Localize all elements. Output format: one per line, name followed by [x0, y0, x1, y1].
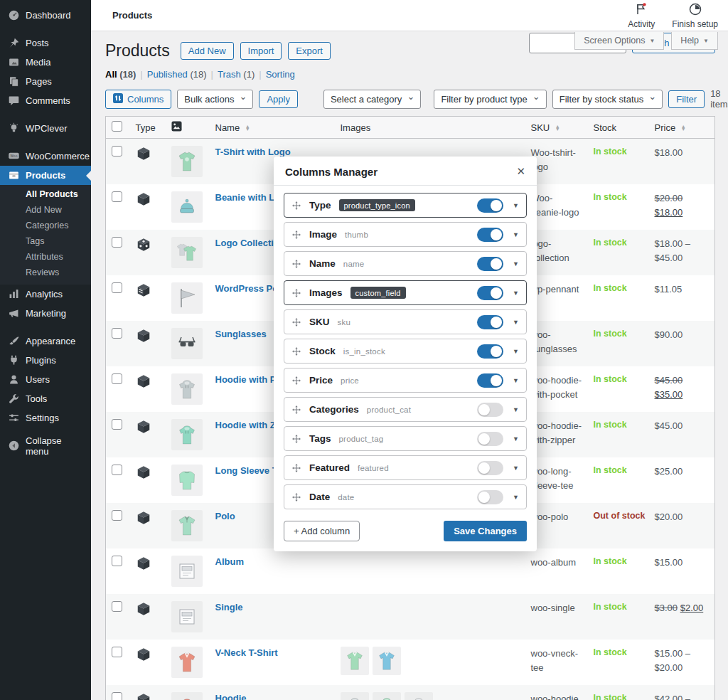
product-name-link[interactable]: T-Shirt with Logo	[215, 147, 291, 157]
product-thumb-album-icon[interactable]	[171, 556, 203, 587]
column-toggle[interactable]	[477, 490, 503, 504]
product-thumb-pennant-icon[interactable]	[171, 282, 203, 314]
sku-column-header[interactable]: SKU ▲▼	[525, 117, 588, 139]
product-thumb-hoodie-icon[interactable]	[171, 692, 203, 700]
columns-button[interactable]: Columns	[105, 90, 171, 109]
drag-handle-icon[interactable]	[291, 201, 301, 211]
column-toggle[interactable]	[477, 432, 503, 446]
chevron-down-icon[interactable]: ▼	[513, 231, 519, 238]
close-icon[interactable]: ✕	[516, 165, 525, 178]
name-column-header[interactable]: Name ▲▼	[210, 117, 335, 139]
drag-handle-icon[interactable]	[291, 376, 301, 386]
stock-status-filter-select[interactable]: Filter by stock status	[552, 90, 663, 109]
sidebar-subitem-add-new[interactable]: Add New	[0, 202, 91, 218]
column-toggle[interactable]	[477, 315, 503, 329]
chevron-down-icon[interactable]: ▼	[513, 465, 519, 472]
apply-button[interactable]: Apply	[259, 90, 298, 108]
sidebar-item-dashboard[interactable]: Dashboard	[0, 6, 91, 25]
sidebar-subitem-categories[interactable]: Categories	[0, 218, 91, 233]
product-thumb-polo-icon[interactable]	[171, 510, 203, 541]
add-column-button[interactable]: + Add column	[284, 521, 360, 541]
sidebar-item-analytics[interactable]: Analytics	[0, 285, 91, 304]
chevron-down-icon[interactable]: ▼	[513, 260, 519, 267]
column-toggle[interactable]	[477, 403, 503, 417]
column-toggle[interactable]	[477, 286, 503, 300]
gallery-hoodie-icon[interactable]	[405, 692, 433, 700]
drag-handle-icon[interactable]	[291, 492, 301, 502]
sidebar-item-plugins[interactable]: Plugins	[0, 351, 91, 370]
drag-handle-icon[interactable]	[291, 346, 301, 356]
import-button[interactable]: Import	[240, 42, 282, 60]
price-column-header[interactable]: Price ▲▼	[649, 117, 715, 139]
drag-handle-icon[interactable]	[291, 288, 301, 298]
filter-button[interactable]: Filter	[668, 90, 705, 108]
row-checkbox[interactable]	[112, 692, 122, 700]
product-thumb-album-icon[interactable]	[171, 601, 203, 632]
gallery-vneck-icon[interactable]	[373, 647, 401, 675]
chevron-down-icon[interactable]: ▼	[513, 435, 519, 442]
product-thumb-sunglasses-icon[interactable]	[171, 328, 203, 359]
screen-options-tab[interactable]: Screen Options ▼	[574, 32, 664, 50]
add-new-button[interactable]: Add New	[181, 42, 234, 60]
select-all-checkbox[interactable]	[112, 121, 122, 132]
gallery-hoodie-icon[interactable]	[341, 692, 369, 700]
column-toggle[interactable]	[477, 461, 503, 475]
sidebar-item-woocommerce[interactable]: Woo WooCommerce	[0, 147, 91, 166]
row-checkbox[interactable]	[112, 510, 122, 521]
drag-handle-icon[interactable]	[291, 405, 301, 415]
product-thumb-longsleeve-icon[interactable]	[171, 465, 203, 496]
drag-handle-icon[interactable]	[291, 230, 301, 240]
bulk-actions-select[interactable]: Bulk actions	[177, 90, 253, 109]
product-type-filter-select[interactable]: Filter by product type	[434, 90, 546, 109]
column-toggle[interactable]	[477, 373, 503, 388]
sidebar-subitem-reviews[interactable]: Reviews	[0, 265, 91, 280]
chevron-down-icon[interactable]: ▼	[513, 202, 519, 209]
product-thumb-hoodie-icon[interactable]	[171, 373, 203, 405]
chevron-down-icon[interactable]: ▼	[513, 406, 519, 413]
row-checkbox[interactable]	[112, 419, 122, 430]
product-thumb-vneck-icon[interactable]	[171, 647, 203, 678]
save-changes-button[interactable]: Save Changes	[444, 521, 527, 541]
drag-handle-icon[interactable]	[291, 259, 301, 269]
product-name-link[interactable]: Album	[215, 556, 244, 567]
sidebar-item-wpclever[interactable]: WPClever	[0, 119, 91, 138]
finish-setup-button[interactable]: Finish setup	[672, 2, 718, 29]
chevron-down-icon[interactable]: ▼	[513, 377, 519, 384]
view-filter-all[interactable]: All (18)	[105, 69, 136, 80]
sidebar-item-comments[interactable]: Comments	[0, 91, 91, 110]
product-thumb-hoodie-icon[interactable]	[171, 419, 203, 450]
drag-handle-icon[interactable]	[291, 434, 301, 444]
sidebar-subitem-attributes[interactable]: Attributes	[0, 249, 91, 265]
sidebar-item-tools[interactable]: Tools	[0, 389, 91, 408]
sidebar-subitem-tags[interactable]: Tags	[0, 233, 91, 249]
product-thumb-beanie-icon[interactable]	[171, 191, 203, 223]
sidebar-item-appearance[interactable]: Appearance	[0, 332, 91, 351]
sidebar-item-posts[interactable]: Posts	[0, 33, 91, 53]
product-name-link[interactable]: Single	[215, 602, 243, 612]
column-toggle[interactable]	[477, 198, 503, 213]
drag-handle-icon[interactable]	[291, 463, 301, 473]
row-checkbox[interactable]	[112, 373, 122, 384]
gallery-hoodie-icon[interactable]	[373, 692, 401, 700]
row-checkbox[interactable]	[112, 465, 122, 475]
product-name-link[interactable]: Sunglasses	[215, 329, 267, 339]
chevron-down-icon[interactable]: ▼	[513, 348, 519, 355]
column-toggle[interactable]	[477, 344, 503, 359]
help-tab[interactable]: Help ▼	[671, 32, 718, 50]
row-checkbox[interactable]	[112, 282, 122, 293]
view-filter-sorting[interactable]: Sorting	[266, 69, 295, 80]
row-checkbox[interactable]	[112, 328, 122, 339]
sidebar-item-media[interactable]: Media	[0, 53, 91, 72]
drag-handle-icon[interactable]	[291, 317, 301, 327]
sidebar-subitem-all-products[interactable]: All Products	[0, 186, 91, 202]
export-button[interactable]: Export	[288, 42, 331, 60]
row-checkbox[interactable]	[112, 556, 122, 566]
category-filter-select[interactable]: Select a category	[323, 90, 421, 109]
view-filter-trash[interactable]: Trash (1)	[218, 69, 255, 80]
column-toggle[interactable]	[477, 257, 503, 271]
chevron-down-icon[interactable]: ▼	[513, 319, 519, 326]
row-checkbox[interactable]	[112, 191, 122, 202]
chevron-down-icon[interactable]: ▼	[513, 290, 519, 297]
product-thumb-tshirt-icon[interactable]	[171, 146, 203, 177]
gallery-vneck-icon[interactable]	[341, 647, 369, 675]
